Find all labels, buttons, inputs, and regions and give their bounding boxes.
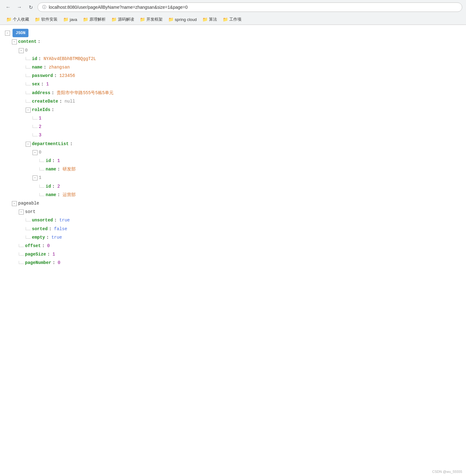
json-viewer: − JSON − content : − 0 id : NYAbv4EBbhBT… (0, 25, 466, 271)
createdate-val: null (64, 98, 75, 105)
bookmark-java[interactable]: 📁 java (61, 16, 80, 23)
bookmark-yuanli[interactable]: 📁 原理解析 (80, 16, 108, 23)
pageable-children: − sort unsorted : true sorted : false (12, 208, 461, 267)
roleid-0: 1 (39, 114, 41, 122)
folder-icon: 📁 (140, 17, 145, 22)
bookmark-kaifa[interactable]: 📁 开发框架 (137, 16, 165, 23)
roleid-1: 2 (39, 123, 41, 131)
dept0-name-val: 研发部 (63, 165, 76, 173)
pageable-key: pageable (18, 200, 39, 207)
pagesize-key: pageSize (25, 251, 46, 258)
forward-button[interactable]: → (15, 3, 24, 12)
item0-children: id : NYAbv4EBbhBTMBQggT2L name : zhangsa… (19, 55, 461, 199)
dept1-children: id : 2 name : 运营部 (33, 183, 461, 199)
back-button[interactable]: ← (4, 3, 13, 12)
dept1-index: 1 (39, 174, 41, 182)
dept1-name-key: name (46, 191, 56, 199)
dept0-id-val: 1 (57, 157, 60, 165)
bookmark-label: 个人收藏 (13, 17, 29, 22)
dept0-children: id : 1 name : 研发部 (33, 157, 461, 173)
pageable-toggle[interactable]: − (12, 201, 17, 206)
pagesize-val: 1 (53, 251, 55, 258)
url-text: localhost:8080/user/pageAllByName?name=z… (49, 5, 188, 10)
address-bar[interactable]: ⓘ localhost:8080/user/pageAllByName?name… (38, 3, 462, 12)
bookmark-label: 源码解读 (118, 17, 134, 22)
item0-index: 0 (25, 47, 28, 54)
id-val: NYAbv4EBbhBTMBQggT2L (43, 55, 96, 63)
id-key: id (32, 55, 37, 63)
bookmark-label: java (70, 17, 77, 22)
bookmark-label: 工作项 (229, 17, 241, 22)
browser-nav: ← → ↻ ⓘ localhost:8080/user/pageAllByNam… (0, 0, 466, 14)
lock-icon: ⓘ (42, 4, 46, 10)
root-toggle[interactable]: − (5, 31, 10, 36)
folder-icon: 📁 (202, 17, 208, 22)
item0-toggle[interactable]: − (19, 48, 24, 53)
empty-key: empty (32, 234, 45, 241)
createdate-key: createDate (32, 98, 58, 105)
bookmark-gongzuo[interactable]: 📁 工作项 (220, 16, 244, 23)
bookmarks-bar: 📁 个人收藏 📁 软件安装 📁 java 📁 原理解析 📁 源码解读 📁 开发框… (0, 14, 466, 25)
dept1-id-key: id (46, 183, 51, 190)
address-key: address (32, 89, 50, 97)
address-val: 贵阳市中华路555号5栋5单元 (57, 89, 114, 97)
dept1-name-val: 运营部 (63, 191, 76, 199)
bookmark-label: 开发框架 (146, 17, 163, 22)
sex-val: 1 (46, 80, 49, 88)
sort-children: unsorted : true sorted : false empty : t… (19, 216, 461, 241)
sort-toggle[interactable]: − (19, 210, 24, 215)
bookmark-software[interactable]: 📁 软件安装 (32, 16, 60, 23)
folder-icon: 📁 (83, 17, 88, 22)
sorted-key: sorted (32, 225, 48, 233)
roleids-toggle[interactable]: − (26, 108, 31, 113)
dept0-name-key: name (46, 165, 56, 173)
roleids-children: 1 2 3 (26, 114, 461, 139)
name-val: zhangsan (49, 63, 70, 71)
content-children: − 0 id : NYAbv4EBbhBTMBQggT2L name : zha… (12, 47, 461, 199)
empty-val: true (51, 234, 62, 241)
sex-key: sex (32, 80, 40, 88)
password-val: 123456 (59, 72, 75, 80)
dept0-id-key: id (46, 157, 51, 165)
content-key: content (18, 38, 37, 46)
offset-val: 0 (47, 242, 50, 250)
bookmark-label: 算法 (209, 17, 217, 22)
offset-key: offset (25, 242, 41, 250)
deptlist-children: − 0 id : 1 name : (26, 149, 461, 199)
bookmark-springcloud[interactable]: 📁 spring cloud (166, 16, 199, 23)
sorted-val: false (54, 225, 67, 233)
unsorted-key: unsorted (32, 216, 53, 224)
password-key: password (32, 72, 53, 80)
pagenumber-val: 0 (58, 259, 60, 267)
roleid-2: 3 (39, 131, 41, 139)
bookmark-personal[interactable]: 📁 个人收藏 (4, 16, 32, 23)
bookmark-label: spring cloud (175, 17, 197, 22)
json-badge: JSON (13, 29, 28, 37)
bookmark-label: 软件安装 (41, 17, 58, 22)
content-toggle[interactable]: − (12, 39, 17, 44)
root-children: − content : − 0 id : NYAbv4EBbhBTMBQggT2… (5, 38, 461, 267)
sort-key: sort (25, 208, 36, 216)
folder-icon: 📁 (6, 17, 12, 22)
dept1-toggle[interactable]: − (33, 175, 38, 180)
refresh-button[interactable]: ↻ (26, 3, 35, 12)
dept0-index: 0 (39, 149, 41, 156)
bookmark-label: 原理解析 (89, 17, 106, 22)
roleids-key: roleIds (32, 106, 50, 114)
unsorted-val: true (59, 216, 70, 224)
browser-chrome: ← → ↻ ⓘ localhost:8080/user/pageAllByNam… (0, 0, 466, 25)
bookmark-yuanma[interactable]: 📁 源码解读 (109, 16, 137, 23)
folder-icon: 📁 (63, 17, 68, 22)
dept0-toggle[interactable]: − (33, 150, 38, 155)
dept1-id-val: 2 (57, 183, 60, 190)
folder-icon: 📁 (223, 17, 228, 22)
folder-icon: 📁 (111, 17, 117, 22)
folder-icon: 📁 (168, 17, 174, 22)
name-key: name (32, 63, 43, 71)
deptlist-toggle[interactable]: − (26, 142, 31, 147)
folder-icon: 📁 (35, 17, 40, 22)
bookmark-suanfa[interactable]: 📁 算法 (200, 16, 220, 23)
deptlist-key: departmentList (32, 140, 69, 148)
pagenumber-key: pageNumber (25, 259, 51, 267)
